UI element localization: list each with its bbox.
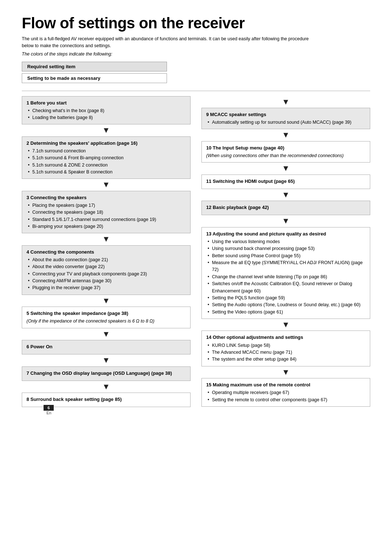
list-item: Setting the Audio options (Tone, Loudnes… (208, 301, 366, 308)
step-title-9: 9 MCACC speaker settings (206, 111, 366, 118)
arrow-down-icon: ▼ (22, 329, 191, 339)
left-column: 1 Before you startChecking what's in the… (22, 96, 191, 407)
step-5: 5 Switching the speaker impedance (page … (22, 307, 191, 328)
step-1: 1 Before you startChecking what's in the… (22, 96, 191, 125)
list-item: Using the various listening modes (208, 238, 366, 245)
list-item: 5.1ch surround & Front Bi-amping connect… (28, 155, 186, 161)
list-item: 5.1ch surround & ZONE 2 connection (28, 162, 186, 169)
step-list-14: KURO LINK Setup (page 58)The Advanced MC… (206, 342, 366, 363)
step-italic-10: (When using connections other than the r… (206, 152, 366, 159)
page-number: 6 (44, 405, 54, 411)
step-title-2: 2 Determining the speakers' application … (26, 140, 186, 147)
step-12: 12 Basic playback (page 42) (201, 201, 370, 215)
list-item: Standard 5.1/6.1/7.1-channel surround co… (28, 216, 186, 223)
list-item: Setting the remote to control other comp… (208, 397, 366, 403)
list-item: Loading the batteries (page 8) (28, 114, 186, 121)
step-list-15: Operating multiple receivers (page 67)Se… (206, 389, 366, 403)
step-2: 2 Determining the speakers' application … (22, 136, 191, 179)
list-item: Better sound using Phase Control (page 5… (208, 253, 366, 259)
step-title-4: 4 Connecting the components (26, 249, 186, 256)
list-item: Automatically setting up for surround so… (208, 119, 366, 126)
step-title-10: 10 The Input Setup menu (page 40) (206, 144, 366, 152)
list-item: Using surround back channel processing (… (208, 245, 366, 252)
list-item: Setting the Video options (page 61) (208, 309, 366, 316)
arrow-down-icon: ▼ (22, 382, 191, 391)
step-10: 10 The Input Setup menu (page 40)(When u… (201, 141, 370, 163)
step-9: 9 MCACC speaker settingsAutomatically se… (201, 108, 370, 130)
list-item: KURO LINK Setup (page 58) (208, 342, 366, 349)
step-title-15: 15 Making maximum use of the remote cont… (206, 381, 366, 389)
legend-required: Required setting item (22, 62, 167, 71)
step-title-12: 12 Basic playback (page 42) (206, 204, 366, 211)
list-item: Placing the speakers (page 17) (28, 202, 186, 209)
step-list-4: About the audio connection (page 21)Abou… (26, 257, 186, 292)
list-item: 5.1ch surround & Speaker B connection (28, 169, 186, 176)
list-item: Bi-amping your speakers (page 20) (28, 223, 186, 230)
arrow-down-icon: ▼ (22, 126, 191, 135)
step-13: 13 Adjusting the sound and picture quali… (201, 227, 370, 319)
step-title-7: 7 Changing the OSD display language (OSD… (26, 370, 186, 377)
section-divider (22, 91, 370, 91)
main-content: 1 Before you startChecking what's in the… (22, 96, 370, 407)
step-title-3: 3 Connecting the speakers (26, 194, 186, 201)
list-item: Setting the PQLS function (page 59) (208, 295, 366, 301)
colors-note: The colors of the steps indicate the fol… (22, 52, 370, 57)
arrow-down-icon: ▼ (201, 97, 370, 107)
arrow-down-icon: ▼ (201, 190, 370, 200)
step-list-2: 7.1ch surround connection5.1ch surround … (26, 148, 186, 176)
step-list-9: Automatically setting up for surround so… (206, 119, 366, 126)
list-item: Measure the all EQ type (SYMMETRY/ALL CH… (208, 259, 366, 274)
step-4: 4 Connecting the componentsAbout the aud… (22, 245, 191, 295)
arrow-down-icon: ▼ (201, 164, 370, 173)
step-7: 7 Changing the OSD display language (OSD… (22, 366, 191, 381)
list-item: Plugging in the receiver (page 37) (28, 284, 186, 291)
arrow-down-icon: ▼ (22, 296, 191, 305)
step-title-13: 13 Adjusting the sound and picture quali… (206, 230, 366, 238)
step-title-14: 14 Other optional adjustments and settin… (206, 334, 366, 341)
step-list-1: Checking what's in the box (page 8)Loadi… (26, 107, 186, 122)
step-title-11: 11 Switching the HDMI output (page 65) (206, 178, 366, 185)
step-title-5: 5 Switching the speaker impedance (page … (26, 310, 186, 317)
list-item: Change the channel level while listening… (208, 274, 366, 280)
arrow-down-icon: ▼ (22, 234, 191, 244)
legend-necessary: Setting to be made as necessary (22, 73, 167, 83)
list-item: About the audio connection (page 21) (28, 257, 186, 263)
right-column: ▼9 MCACC speaker settingsAutomatically s… (201, 96, 370, 407)
list-item: Connecting AM/FM antennas (page 30) (28, 278, 186, 284)
page-title: Flow of settings on the receiver (22, 15, 370, 32)
step-title-8: 8 Surround back speaker setting (page 85… (26, 396, 186, 403)
step-list-3: Placing the speakers (page 17)Connecting… (26, 202, 186, 230)
step-italic-5: (Only if the impedance of the connected … (26, 318, 186, 325)
arrow-down-icon: ▼ (201, 216, 370, 226)
list-item: The Advanced MCACC menu (page 71) (208, 349, 366, 356)
step-3: 3 Connecting the speakersPlacing the spe… (22, 191, 191, 234)
list-item: 7.1ch surround connection (28, 148, 186, 155)
list-item: Connecting your TV and playback componen… (28, 271, 186, 278)
arrow-down-icon: ▼ (22, 356, 191, 365)
step-15: 15 Making maximum use of the remote cont… (201, 378, 370, 407)
page-lang: En (46, 411, 51, 415)
arrow-down-icon: ▼ (201, 368, 370, 377)
list-item: About the video converter (page 22) (28, 263, 186, 270)
intro-text: The unit is a full-fledged AV receiver e… (22, 36, 319, 49)
step-title-1: 1 Before you start (26, 99, 186, 107)
arrow-down-icon: ▼ (201, 130, 370, 140)
step-6: 6 Power On (22, 340, 191, 354)
list-item: Switches on/off the Acoustic Calibration… (208, 280, 366, 295)
step-11: 11 Switching the HDMI output (page 65) (201, 175, 370, 189)
step-list-13: Using the various listening modesUsing s… (206, 238, 366, 316)
step-14: 14 Other optional adjustments and settin… (201, 331, 370, 366)
step-title-6: 6 Power On (26, 343, 186, 350)
list-item: Checking what's in the box (page 8) (28, 107, 186, 114)
arrow-down-icon: ▼ (22, 180, 191, 189)
list-item: Operating multiple receivers (page 67) (208, 389, 366, 396)
list-item: The system and the other setup (page 84) (208, 356, 366, 363)
arrow-down-icon: ▼ (201, 320, 370, 329)
list-item: Connecting the speakers (page 18) (28, 209, 186, 216)
